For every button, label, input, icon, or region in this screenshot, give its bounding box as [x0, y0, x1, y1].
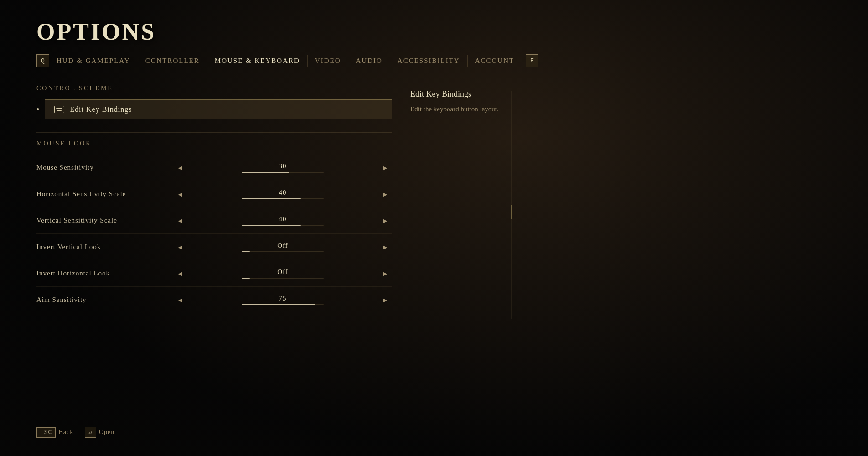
main-layout: CONTROL SCHEME • Edit Key Bindings MOUSE…	[36, 85, 832, 313]
right-panel: Edit Key Bindings Edit the keyboard butt…	[410, 85, 832, 114]
vertical-sensitivity-label: Vertical Sensitivity Scale	[36, 217, 173, 224]
scroll-indicator[interactable]	[511, 91, 512, 319]
aim-sensitivity-decrease[interactable]: ◄	[173, 295, 187, 306]
description-text: Edit the keyboard button layout.	[410, 104, 832, 114]
mouse-sensitivity-decrease[interactable]: ◄	[173, 162, 187, 173]
page-title: OPTIONS	[36, 18, 832, 45]
vertical-sensitivity-value: 40	[279, 215, 287, 223]
mouse-sensitivity-fill	[242, 172, 289, 173]
bullet-indicator: •	[36, 105, 39, 114]
back-action: Back	[58, 429, 73, 436]
setting-row-aim-sensitivity: Aim Sensitivity ◄ 75 ►	[36, 287, 392, 313]
mouse-sensitivity-increase[interactable]: ►	[378, 162, 392, 173]
mouse-sensitivity-control: ◄ 30 ►	[173, 162, 392, 173]
invert-vertical-value: Off	[277, 242, 288, 249]
edit-key-bindings-button[interactable]: Edit Key Bindings	[45, 99, 392, 119]
horizontal-sensitivity-slider: 40	[191, 189, 375, 199]
aim-sensitivity-control: ◄ 75 ►	[173, 295, 392, 306]
description-title: Edit Key Bindings	[410, 89, 832, 99]
vertical-sensitivity-decrease[interactable]: ◄	[173, 215, 187, 226]
keyboard-icon	[54, 106, 64, 113]
mouse-sensitivity-track[interactable]	[242, 172, 324, 173]
tab-video[interactable]: VIDEO	[308, 55, 349, 67]
scroll-thumb	[511, 205, 512, 219]
control-scheme-title: CONTROL SCHEME	[36, 85, 392, 92]
setting-row-vertical-sensitivity: Vertical Sensitivity Scale ◄ 40 ►	[36, 207, 392, 234]
open-hint: ↵ Open	[85, 427, 114, 438]
setting-row-mouse-sensitivity: Mouse Sensitivity ◄ 30 ►	[36, 155, 392, 181]
vertical-sensitivity-increase[interactable]: ►	[378, 215, 392, 226]
nav-prev-button[interactable]: Q	[36, 54, 49, 67]
invert-horizontal-value: Off	[277, 268, 288, 276]
aim-sensitivity-label: Aim Sensitivity	[36, 296, 173, 304]
vertical-sensitivity-track[interactable]	[242, 225, 324, 226]
invert-vertical-increase[interactable]: ►	[378, 242, 392, 253]
mouse-sensitivity-label: Mouse Sensitivity	[36, 164, 173, 171]
hint-separator	[79, 429, 79, 436]
tab-audio[interactable]: AUDIO	[348, 55, 390, 67]
tab-accessibility[interactable]: ACCESSIBILITY	[390, 55, 468, 67]
mouse-look-title: MOUSE LOOK	[36, 140, 392, 147]
open-action: Open	[99, 429, 114, 436]
setting-row-invert-vertical: Invert Vertical Look ◄ Off ►	[36, 234, 392, 260]
invert-horizontal-slider: Off	[191, 268, 375, 279]
invert-horizontal-decrease[interactable]: ◄	[173, 268, 187, 279]
main-content: OPTIONS Q HUD & GAMEPLAY CONTROLLER MOUS…	[0, 0, 868, 332]
nav-bar: Q HUD & GAMEPLAY CONTROLLER MOUSE & KEYB…	[36, 54, 832, 71]
vertical-sensitivity-fill	[242, 225, 301, 226]
horizontal-sensitivity-value: 40	[279, 189, 287, 197]
tab-hud-gameplay[interactable]: HUD & GAMEPLAY	[49, 55, 138, 67]
tab-controller[interactable]: CONTROLLER	[138, 55, 207, 67]
aim-sensitivity-track[interactable]	[242, 304, 324, 305]
setting-row-invert-horizontal: Invert Horizontal Look ◄ Off ►	[36, 260, 392, 287]
invert-vertical-fill	[242, 251, 250, 252]
back-hint: ESC Back	[36, 427, 73, 438]
setting-row-horizontal-sensitivity: Horizontal Sensitivity Scale ◄ 40 ►	[36, 181, 392, 207]
horizontal-sensitivity-fill	[242, 198, 301, 199]
aim-sensitivity-fill	[242, 304, 315, 305]
key-bindings-row: • Edit Key Bindings	[36, 99, 392, 119]
invert-vertical-slider: Off	[191, 242, 375, 252]
invert-vertical-decrease[interactable]: ◄	[173, 242, 187, 253]
esc-key: ESC	[36, 427, 56, 438]
mouse-sensitivity-value: 30	[279, 162, 287, 170]
horizontal-sensitivity-decrease[interactable]: ◄	[173, 189, 187, 200]
aim-sensitivity-increase[interactable]: ►	[378, 295, 392, 306]
nav-next-button[interactable]: E	[526, 54, 538, 67]
horizontal-sensitivity-control: ◄ 40 ►	[173, 189, 392, 200]
invert-vertical-control: ◄ Off ►	[173, 242, 392, 253]
vertical-sensitivity-slider: 40	[191, 215, 375, 226]
invert-vertical-label: Invert Vertical Look	[36, 243, 173, 251]
left-panel: CONTROL SCHEME • Edit Key Bindings MOUSE…	[36, 85, 392, 313]
invert-vertical-track[interactable]	[242, 251, 324, 252]
vertical-sensitivity-control: ◄ 40 ►	[173, 215, 392, 226]
bottom-bar: ESC Back ↵ Open	[36, 427, 114, 438]
invert-horizontal-control: ◄ Off ►	[173, 268, 392, 279]
mouse-sensitivity-slider: 30	[191, 162, 375, 173]
aim-sensitivity-slider: 75	[191, 295, 375, 305]
horizontal-sensitivity-label: Horizontal Sensitivity Scale	[36, 190, 173, 198]
tab-mouse-keyboard[interactable]: MOUSE & KEYBOARD	[207, 55, 308, 67]
enter-key: ↵	[85, 427, 96, 438]
invert-horizontal-fill	[242, 278, 250, 279]
horizontal-sensitivity-increase[interactable]: ►	[378, 189, 392, 200]
invert-horizontal-label: Invert Horizontal Look	[36, 269, 173, 277]
invert-horizontal-increase[interactable]: ►	[378, 268, 392, 279]
edit-key-bindings-label: Edit Key Bindings	[70, 105, 132, 114]
invert-horizontal-track[interactable]	[242, 278, 324, 279]
aim-sensitivity-value: 75	[279, 295, 287, 302]
section-separator	[36, 132, 392, 133]
tab-account[interactable]: ACCOUNT	[468, 55, 522, 67]
horizontal-sensitivity-track[interactable]	[242, 198, 324, 199]
